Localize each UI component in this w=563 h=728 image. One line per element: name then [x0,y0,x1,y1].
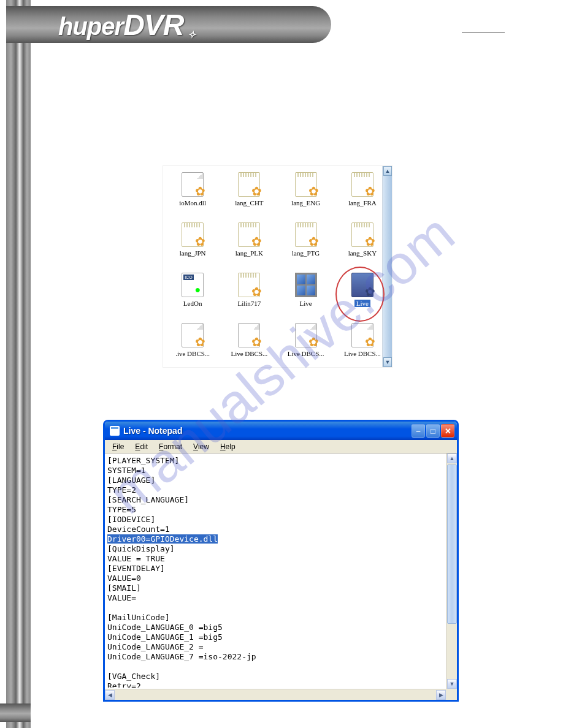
file-item[interactable]: Live DBCS... [278,320,334,371]
file-label: lang_FRA [348,199,377,207]
logo-suffix: DVR [123,9,183,41]
dll-file-icon [182,172,204,197]
file-label: Live DBCS... [231,350,267,357]
menu-item-file[interactable]: File [107,441,129,452]
file-label: lang_ENG [291,199,320,207]
file-label: lang_JPN [180,249,206,257]
notepad-title-text: Live - Notepad [123,426,412,436]
ini-file-icon [182,222,204,247]
menu-item-help[interactable]: Help [215,441,240,452]
file-item[interactable]: Live DBCS... [221,320,277,371]
menu-item-edit[interactable]: Edit [130,441,153,452]
file-item[interactable]: lang_CHT [221,170,277,220]
file-explorer[interactable]: ioMon.dlllang_CHTlang_ENGlang_FRAlang_JP… [163,165,393,368]
notepad-body: [PLAYER_SYSTEM] SYSTEM=1 [LANGUAGE] TYPE… [105,453,457,700]
dll-file-icon [351,323,373,347]
scroll-down-button[interactable]: ▼ [447,679,457,689]
scroll-up-button[interactable]: ▲ [383,166,392,176]
file-item[interactable]: Live [278,270,334,320]
menu-item-format[interactable]: Format [154,441,187,452]
notepad-vertical-scrollbar[interactable]: ▲ ▼ [446,453,457,689]
notepad-horizontal-scrollbar[interactable]: ◀ ▶ [105,689,446,700]
window-buttons: − □ ✕ [412,424,454,438]
file-item[interactable]: lang_ENG [278,170,334,220]
file-label: Live [300,300,312,307]
dll-file-icon [295,323,317,347]
maximize-button[interactable]: □ [426,424,440,438]
dll-file-icon [182,323,204,347]
close-button[interactable]: ✕ [441,424,454,438]
minimize-button[interactable]: − [412,424,425,438]
file-item[interactable]: .ive DBCS... [164,320,221,371]
file-item[interactable]: lang_PTG [278,220,334,270]
file-label: lang_SKY [348,249,377,257]
scroll-down-button[interactable]: ▼ [383,357,392,367]
scroll-up-button[interactable]: ▲ [447,453,457,463]
file-item[interactable]: Lilin717 [221,270,277,320]
file-item[interactable]: ioMon.dll [164,170,221,220]
annotation-circle [335,267,385,322]
dll-file-icon [238,323,260,347]
file-label: LedOn [183,300,202,307]
left-decorative-bar [6,0,31,728]
scroll-right-button[interactable]: ▶ [436,690,446,700]
ini-file-icon [351,172,373,197]
page-number-tab [0,703,31,722]
logo-text: huperDVR [58,8,186,42]
ini-file-icon [295,222,317,247]
logo-prefix: huper [58,13,123,40]
ini-file-icon [238,172,260,197]
file-label: Live DBCS... [288,350,324,357]
file-item[interactable]: LedOn [164,270,221,320]
menu-item-view[interactable]: View [188,441,214,452]
ini-file-icon [238,273,260,297]
window-panes-icon [295,273,317,297]
notepad-app-icon [110,426,120,436]
file-label: Lilin717 [237,300,261,307]
ini-file-icon [351,222,373,247]
ico-file-icon [182,273,204,297]
file-label: .ive DBCS... [175,350,210,357]
ini-file-icon [295,172,317,197]
logo-banner: huperDVR [6,6,331,43]
file-label: ioMon.dll [179,199,206,207]
file-label: lang_PLK [236,249,263,257]
notepad-window: Live - Notepad − □ ✕ FileEditFormatViewH… [103,420,459,702]
scroll-thumb[interactable] [447,464,457,624]
file-item[interactable]: lang_JPN [164,220,221,270]
ini-file-icon [238,222,260,247]
notepad-menubar: FileEditFormatViewHelp [105,440,457,453]
file-item[interactable]: lang_PLK [221,220,277,270]
file-label: lang_PTG [292,249,320,257]
scroll-left-button[interactable]: ◀ [105,690,115,700]
file-label: lang_CHT [235,199,263,207]
highlighted-line: Driver00=GPIODevice.dll [107,534,218,544]
file-label: Live DBCS... [344,350,381,357]
notepad-titlebar[interactable]: Live - Notepad − □ ✕ [105,422,457,440]
explorer-scrollbar[interactable]: ▲ ▼ [382,166,392,367]
header-underline [462,32,505,32]
scrollbar-corner [446,689,457,700]
notepad-text[interactable]: [PLAYER_SYSTEM] SYSTEM=1 [LANGUAGE] TYPE… [107,456,445,688]
